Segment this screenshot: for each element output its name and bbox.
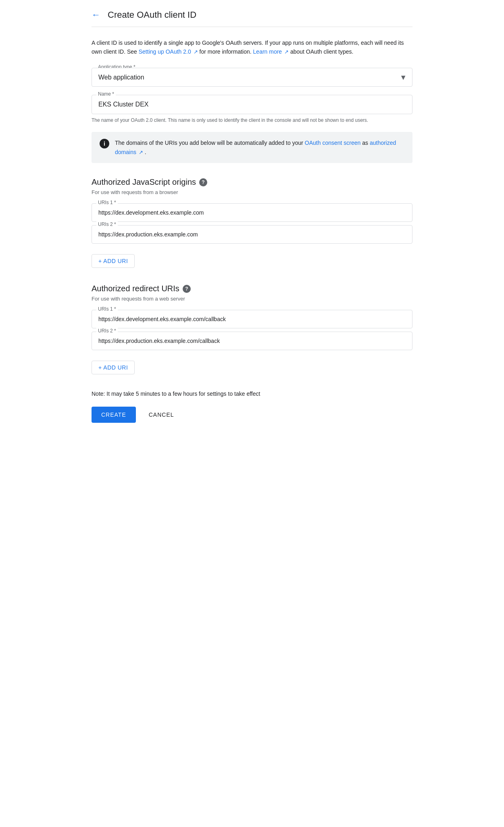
page-description: A client ID is used to identify a single… <box>92 38 412 56</box>
redirect-uri-1-input[interactable] <box>92 310 412 328</box>
info-box: i The domains of the URIs you add below … <box>92 132 412 163</box>
redirect-uri-group: URIs 1 * URIs 2 * <box>92 310 412 350</box>
learn-more-link[interactable]: Learn more ↗ <box>253 48 290 55</box>
ext-link-icon-3: ↗ <box>139 148 143 157</box>
redirect-uri-2-input[interactable] <box>92 332 412 350</box>
js-origins-title: Authorized JavaScript origins ? <box>92 178 412 187</box>
js-uri-2-label: URIs 2 * <box>96 221 118 227</box>
js-uri-2-input[interactable] <box>92 225 412 244</box>
action-row: CREATE CANCEL <box>92 407 412 423</box>
back-button[interactable]: ← <box>92 10 100 20</box>
header: ← Create OAuth client ID <box>92 10 412 27</box>
note-text: Note: It may take 5 minutes to a few hou… <box>92 391 412 397</box>
name-input[interactable] <box>92 95 412 114</box>
redirect-uri-1-label: URIs 1 * <box>96 306 118 312</box>
js-origins-desc: For use with requests from a browser <box>92 189 412 195</box>
add-js-uri-button[interactable]: + ADD URI <box>92 254 135 268</box>
js-uri-group: URIs 1 * URIs 2 * <box>92 203 412 244</box>
redirect-uri-2-label: URIs 2 * <box>96 328 118 334</box>
js-uri-2-wrapper: URIs 2 * <box>92 225 412 244</box>
redirect-uri-2-wrapper: URIs 2 * <box>92 332 412 350</box>
redirect-uris-desc: For use with requests from a web server <box>92 296 412 302</box>
create-button[interactable]: CREATE <box>92 407 136 423</box>
redirect-uri-1-wrapper: URIs 1 * <box>92 310 412 328</box>
cancel-button[interactable]: CANCEL <box>146 407 177 423</box>
external-link-icon: ↗ <box>194 48 198 56</box>
add-redirect-uri-button[interactable]: + ADD URI <box>92 361 135 374</box>
application-type-select[interactable]: Web application Android iOS Desktop app … <box>92 68 412 87</box>
oauth-setup-link[interactable]: Setting up OAuth 2.0 ↗ <box>139 48 200 55</box>
redirect-uris-section: Authorized redirect URIs ? For use with … <box>92 284 412 374</box>
js-uri-1-label: URIs 1 * <box>96 200 118 205</box>
application-type-select-wrapper: Web application Android iOS Desktop app … <box>92 68 412 87</box>
application-type-field: Application type * Web application Andro… <box>92 68 412 87</box>
js-origins-section: Authorized JavaScript origins ? For use … <box>92 178 412 268</box>
info-text: The domains of the URIs you add below wi… <box>115 138 404 157</box>
redirect-uris-help-icon[interactable]: ? <box>183 285 191 293</box>
name-helper-text: The name of your OAuth 2.0 client. This … <box>92 117 412 124</box>
consent-screen-link[interactable]: OAuth consent screen <box>305 140 361 146</box>
external-link-icon-2: ↗ <box>284 48 289 56</box>
js-uri-1-input[interactable] <box>92 203 412 222</box>
redirect-uris-title: Authorized redirect URIs ? <box>92 284 412 293</box>
js-origins-help-icon[interactable]: ? <box>199 178 207 186</box>
page-title: Create OAuth client ID <box>108 10 196 20</box>
js-uri-1-wrapper: URIs 1 * <box>92 203 412 222</box>
info-icon: i <box>100 139 109 148</box>
name-field: Name * The name of your OAuth 2.0 client… <box>92 95 412 124</box>
